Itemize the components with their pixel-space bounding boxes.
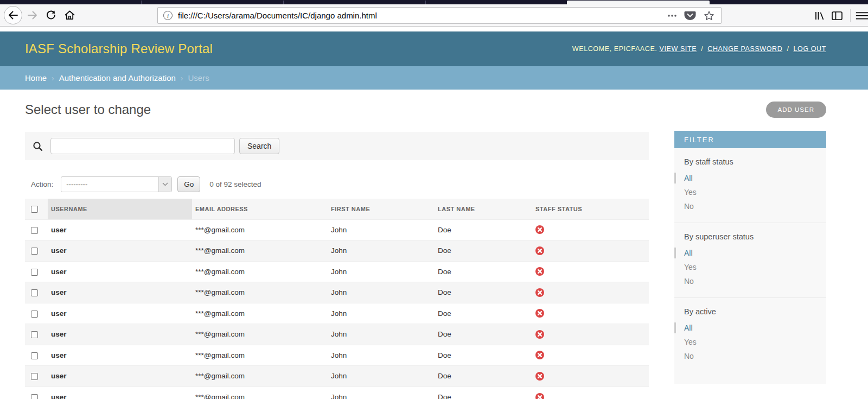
- username-link[interactable]: user: [51, 268, 67, 276]
- page-info-icon[interactable]: i: [163, 11, 173, 20]
- search-button[interactable]: Search: [239, 138, 279, 154]
- first-name-cell: John: [328, 219, 435, 240]
- user-table-body: user***@gmail.comJohnDoeuser***@gmail.co…: [25, 219, 649, 399]
- username-cell: user: [48, 240, 192, 262]
- select-all-checkbox[interactable]: [31, 206, 38, 213]
- breadcrumb: Home › Authentication and Authorization …: [0, 66, 868, 90]
- reload-icon: [46, 10, 56, 21]
- page-top-margin: [0, 27, 868, 31]
- log-out-link[interactable]: LOG OUT: [794, 45, 826, 53]
- filter-option[interactable]: All: [674, 246, 826, 260]
- last-name-cell: Doe: [435, 387, 532, 399]
- row-checkbox[interactable]: [31, 352, 38, 359]
- row-checkbox[interactable]: [31, 331, 38, 338]
- bookmark-star-icon[interactable]: [704, 10, 714, 21]
- tab-separator: [141, 1, 142, 4]
- search-module: Search: [25, 132, 649, 160]
- actions-bar: Action: --------- Go 0 of 92 selected: [25, 176, 649, 192]
- forward-button[interactable]: [24, 7, 41, 23]
- row-checkbox-cell: [25, 219, 48, 240]
- reload-button[interactable]: [43, 7, 59, 23]
- pocket-icon[interactable]: [684, 10, 696, 21]
- action-select[interactable]: ---------: [61, 176, 172, 192]
- username-link[interactable]: user: [51, 226, 67, 234]
- row-checkbox[interactable]: [31, 227, 38, 234]
- table-row: user***@gmail.comJohnDoe: [25, 387, 649, 399]
- row-checkbox[interactable]: [31, 373, 38, 380]
- filter-option[interactable]: No: [674, 274, 826, 288]
- column-header-last-name[interactable]: LAST NAME: [435, 199, 532, 219]
- breadcrumb-separator: ›: [52, 74, 54, 83]
- table-row: user***@gmail.comJohnDoe: [25, 219, 649, 240]
- filter-option[interactable]: All: [674, 171, 826, 185]
- username-cell: user: [48, 261, 192, 282]
- row-checkbox[interactable]: [31, 269, 38, 276]
- home-button[interactable]: [61, 7, 78, 23]
- breadcrumb-home-link[interactable]: Home: [25, 73, 47, 83]
- filter-option[interactable]: Yes: [674, 260, 826, 274]
- change-password-link[interactable]: CHANGE PASSWORD: [707, 45, 782, 53]
- last-name-cell: Doe: [435, 261, 532, 282]
- row-checkbox-cell: [25, 282, 48, 303]
- staff-status-cell: [532, 366, 649, 387]
- first-name-cell: John: [328, 345, 435, 366]
- username-link[interactable]: user: [51, 246, 67, 255]
- site-title[interactable]: IASF Scholarship Review Portal: [25, 41, 213, 56]
- go-button[interactable]: Go: [177, 176, 200, 192]
- username-cell: user: [48, 345, 192, 366]
- library-icon[interactable]: [811, 8, 828, 24]
- username-cell: user: [48, 324, 192, 345]
- browser-tab-strip: [0, 0, 868, 4]
- staff-status-no-icon: [535, 309, 544, 318]
- filter-option[interactable]: Yes: [674, 335, 826, 349]
- last-name-cell: Doe: [435, 366, 532, 387]
- username-cell: user: [48, 303, 192, 324]
- view-site-link[interactable]: VIEW SITE: [660, 45, 697, 53]
- changelist-main: Select user to change Search Action: ---…: [25, 90, 649, 399]
- first-name-cell: John: [328, 240, 435, 262]
- sidebars-icon[interactable]: [828, 8, 846, 24]
- username-link[interactable]: user: [51, 330, 67, 338]
- tab-separator: [425, 1, 426, 4]
- column-header-username[interactable]: USERNAME: [48, 199, 192, 219]
- breadcrumb-current: Users: [188, 73, 209, 83]
- filter-section: By activeAllYesNo: [674, 297, 826, 372]
- page-actions-icon[interactable]: [668, 15, 676, 17]
- breadcrumb-separator: ›: [181, 74, 183, 83]
- url-text[interactable]: file:///C:/Users/arama/Documents/IC/djan…: [178, 11, 377, 20]
- staff-status-cell: [532, 303, 649, 324]
- staff-status-cell: [532, 324, 649, 345]
- add-user-button[interactable]: ADD USER: [766, 102, 826, 118]
- menu-hamburger-icon[interactable]: [855, 8, 868, 24]
- tab-separator: [283, 1, 284, 4]
- username-link[interactable]: user: [51, 288, 67, 296]
- username-link[interactable]: user: [51, 351, 67, 359]
- chevron-down-icon: [158, 177, 171, 192]
- filter-option[interactable]: No: [674, 199, 826, 213]
- last-name-cell: Doe: [435, 240, 532, 262]
- url-bar[interactable]: i file:///C:/Users/arama/Documents/IC/dj…: [157, 7, 722, 24]
- row-checkbox[interactable]: [31, 289, 38, 296]
- row-checkbox[interactable]: [31, 311, 38, 318]
- username-link[interactable]: user: [51, 309, 67, 318]
- search-input[interactable]: [50, 138, 235, 154]
- username-link[interactable]: user: [51, 372, 67, 380]
- row-checkbox-cell: [25, 240, 48, 262]
- filter-section: By superuser statusAllYesNo: [674, 223, 826, 297]
- row-checkbox[interactable]: [31, 248, 38, 255]
- filter-option[interactable]: Yes: [674, 185, 826, 199]
- row-checkbox-cell: [25, 366, 48, 387]
- page-title: Select user to change: [25, 102, 649, 117]
- active-tab[interactable]: [567, 1, 710, 4]
- breadcrumb-auth-link[interactable]: Authentication and Authorization: [59, 73, 176, 83]
- filter-option[interactable]: No: [674, 349, 826, 363]
- column-header-email[interactable]: EMAIL ADDRESS: [192, 199, 328, 219]
- staff-status-cell: [532, 345, 649, 366]
- username-link[interactable]: user: [51, 393, 67, 399]
- filter-option[interactable]: All: [674, 321, 826, 335]
- table-row: user***@gmail.comJohnDoe: [25, 324, 649, 345]
- column-header-first-name[interactable]: FIRST NAME: [328, 199, 435, 219]
- username-cell: user: [48, 282, 192, 303]
- back-button[interactable]: [4, 6, 22, 24]
- row-checkbox[interactable]: [31, 394, 38, 399]
